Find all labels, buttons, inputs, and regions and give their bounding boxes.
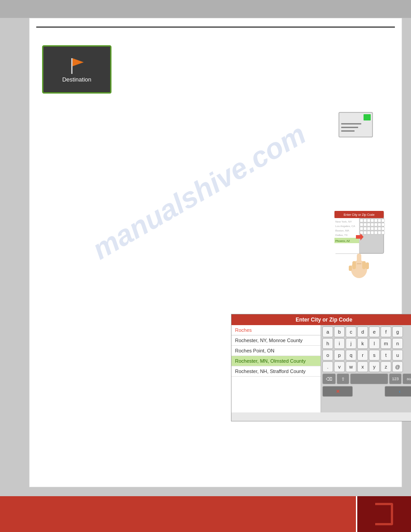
svg-rect-31 <box>360 227 363 230</box>
key-j[interactable]: j <box>346 338 356 349</box>
svg-rect-49 <box>362 261 366 269</box>
bottom-bar-text-area <box>0 496 356 532</box>
city-input-row[interactable]: Roches <box>231 325 321 335</box>
svg-rect-23 <box>381 219 385 222</box>
svg-rect-39 <box>364 231 367 234</box>
key-h[interactable]: h <box>322 338 333 349</box>
keyboard-row-1: a b c d e f g <box>322 326 411 337</box>
svg-rect-29 <box>378 223 381 226</box>
city-list: Roches Rochester, NY, Monroe County Roch… <box>231 325 321 412</box>
svg-rect-0 <box>71 58 73 74</box>
key-v[interactable]: v <box>334 361 345 372</box>
svg-rect-3 <box>364 114 371 120</box>
key-l[interactable]: l <box>369 338 380 349</box>
key-i[interactable]: i <box>334 338 345 349</box>
key-c[interactable]: c <box>346 326 356 337</box>
svg-rect-47 <box>357 253 361 267</box>
svg-rect-6 <box>341 130 355 132</box>
svg-rect-42 <box>374 231 377 234</box>
key-e[interactable]: e <box>369 326 380 337</box>
key-o[interactable]: o <box>322 350 333 360</box>
key-f[interactable]: f <box>381 326 391 337</box>
key-u[interactable]: u <box>392 350 403 360</box>
svg-rect-26 <box>367 223 370 226</box>
key-t[interactable]: t <box>381 350 391 360</box>
flag-icon <box>66 56 88 76</box>
city-list-item[interactable]: Rochester, NY, Monroe County <box>231 335 321 346</box>
svg-rect-19 <box>367 219 370 222</box>
key-123[interactable]: 123 <box>389 373 402 384</box>
svg-marker-1 <box>73 58 84 66</box>
key-r[interactable]: r <box>357 350 368 360</box>
keyboard-panel: a b c d e f g h i j k l m n <box>321 325 411 412</box>
key-x[interactable]: x <box>357 361 368 372</box>
key-p[interactable]: p <box>334 350 345 360</box>
svg-rect-21 <box>374 219 377 222</box>
keyboard-action-row: ✕ ‹ <box>322 386 411 397</box>
svg-text:Enter City or Zip Code: Enter City or Zip Code <box>343 213 374 217</box>
svg-rect-22 <box>378 219 381 222</box>
key-dot[interactable]: . <box>322 361 333 372</box>
svg-rect-25 <box>364 223 367 226</box>
city-list-item-highlight[interactable]: Rochester, MN, Olmsted County <box>231 356 321 366</box>
svg-text:Boston, MA: Boston, MA <box>335 229 349 232</box>
svg-rect-43 <box>378 231 381 234</box>
svg-text:Los Angeles, CA: Los Angeles, CA <box>335 225 355 227</box>
svg-rect-37 <box>381 227 385 230</box>
watermark: manualshive.com <box>86 117 311 266</box>
key-w[interactable]: w <box>346 361 356 372</box>
bottom-bar-right <box>357 496 411 532</box>
svg-rect-48 <box>352 261 356 269</box>
svg-rect-28 <box>374 223 377 226</box>
destination-button[interactable]: Destination <box>42 45 111 94</box>
svg-rect-20 <box>371 219 374 222</box>
city-list-item[interactable]: Rochester, NH, Strafford County <box>231 366 321 377</box>
key-special[interactable]: öü <box>402 373 411 384</box>
city-dialog-title: Enter City or Zip Code <box>231 314 411 325</box>
svg-text:Phoenix, AZ: Phoenix, AZ <box>335 240 350 242</box>
key-space[interactable] <box>350 373 388 384</box>
key-d[interactable]: d <box>357 326 368 337</box>
key-z[interactable]: z <box>381 361 391 372</box>
key-a[interactable]: a <box>322 326 333 337</box>
svg-rect-36 <box>378 227 381 230</box>
key-m[interactable]: m <box>381 338 391 349</box>
svg-rect-40 <box>367 231 370 234</box>
keyboard-row-4: . v w x y z @ <box>322 361 411 372</box>
svg-text:Dallas, TX: Dallas, TX <box>335 234 348 236</box>
svg-rect-44 <box>381 231 385 234</box>
key-at[interactable]: @ <box>392 361 403 372</box>
svg-rect-32 <box>364 227 367 230</box>
top-divider <box>36 26 395 28</box>
keyboard-row-2: h i j k l m n <box>322 338 411 349</box>
key-s[interactable]: s <box>369 350 380 360</box>
bracket-icon <box>375 503 393 525</box>
svg-rect-18 <box>364 219 367 222</box>
svg-rect-41 <box>371 231 374 234</box>
svg-rect-27 <box>371 223 374 226</box>
svg-rect-34 <box>371 227 374 230</box>
city-list-item[interactable]: Roches Point, ON <box>231 346 321 356</box>
address-card-illustration <box>337 108 377 146</box>
city-dialog: Enter City or Zip Code Roches Rochester,… <box>231 314 411 421</box>
key-y[interactable]: y <box>369 361 380 372</box>
main-content: Destination manualshive.com Enter City o… <box>29 18 402 487</box>
svg-rect-51 <box>349 266 352 271</box>
svg-rect-24 <box>360 223 363 226</box>
key-shift[interactable]: ⇧ <box>337 373 349 384</box>
bottom-bar <box>0 496 411 532</box>
svg-rect-30 <box>381 223 385 226</box>
svg-rect-5 <box>341 127 358 128</box>
key-cancel[interactable]: ✕ <box>322 386 353 397</box>
keyboard-hand-illustration: Enter City or Zip Code New York, NY Los … <box>334 211 388 278</box>
key-g[interactable]: g <box>392 326 403 337</box>
key-q[interactable]: q <box>346 350 356 360</box>
svg-text:New York, NY: New York, NY <box>335 220 352 223</box>
key-k[interactable]: k <box>357 338 368 349</box>
key-backspace[interactable]: ⌫ <box>322 373 336 384</box>
key-back[interactable]: ‹ <box>385 386 411 397</box>
key-n[interactable]: n <box>392 338 403 349</box>
svg-rect-35 <box>374 227 377 230</box>
key-b[interactable]: b <box>334 326 345 337</box>
svg-rect-50 <box>366 262 369 269</box>
